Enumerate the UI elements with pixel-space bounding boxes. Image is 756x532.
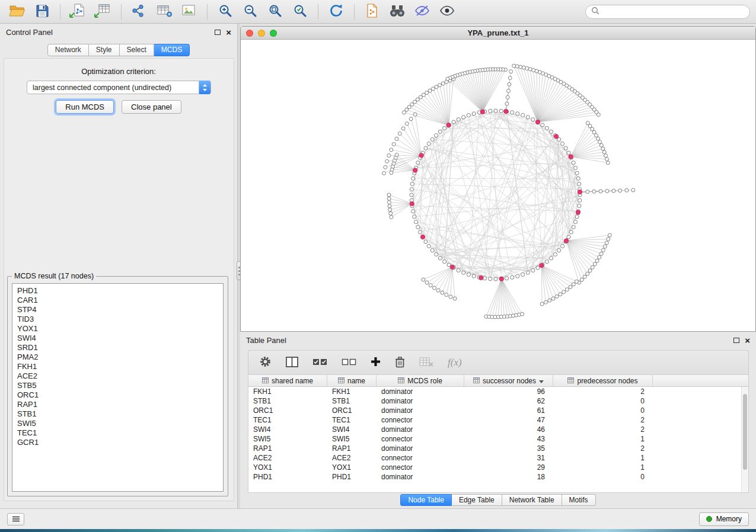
- table-settings-button[interactable]: [259, 354, 272, 371]
- mcds-result-group: MCDS result (17 nodes) PHD1CAR1STP4TID3Y…: [7, 276, 228, 496]
- mcds-result-item[interactable]: ORC1: [12, 390, 223, 400]
- task-history-button[interactable]: [7, 513, 24, 525]
- control-tab-network[interactable]: Network: [47, 44, 89, 56]
- run-mcds-button[interactable]: Run MCDS: [56, 100, 114, 114]
- table-row[interactable]: SWI5SWI5connector431: [248, 434, 748, 444]
- close-table-panel-icon[interactable]: ×: [745, 336, 750, 345]
- close-panel-icon[interactable]: ×: [226, 28, 231, 37]
- mcds-result-item[interactable]: SWI4: [12, 334, 223, 343]
- column-header-name[interactable]: name: [327, 375, 377, 386]
- table-tab-edge-table[interactable]: Edge Table: [452, 494, 502, 506]
- table-cell: 61: [464, 406, 553, 415]
- new-table-button[interactable]: [153, 2, 176, 21]
- share-document-button[interactable]: [361, 2, 384, 21]
- image-icon: [181, 4, 197, 19]
- table-row[interactable]: ORC1ORC1dominator610: [248, 406, 748, 415]
- add-column-button[interactable]: [371, 354, 381, 371]
- table-cell: connector: [377, 454, 464, 462]
- table-row[interactable]: TEC1TEC1connector472: [248, 415, 748, 425]
- search-input[interactable]: [603, 8, 744, 16]
- column-header-predecessor-nodes[interactable]: predecessor nodes: [553, 375, 653, 386]
- network-window-titlebar[interactable]: YPA_prune.txt_1: [241, 27, 755, 40]
- mcds-result-item[interactable]: TEC1: [12, 428, 223, 438]
- mcds-result-item[interactable]: FKH1: [12, 362, 223, 371]
- deselect-all-button[interactable]: [342, 354, 356, 371]
- delete-table-button[interactable]: [419, 354, 433, 371]
- find-button[interactable]: [386, 2, 409, 21]
- memory-button[interactable]: Memory: [699, 512, 749, 526]
- delete-column-button[interactable]: [395, 354, 405, 371]
- table-row[interactable]: ACE2ACE2connector311: [248, 453, 748, 463]
- table-row[interactable]: SWI4SWI4dominator462: [248, 425, 748, 434]
- zoom-in-button[interactable]: [214, 2, 237, 21]
- mcds-result-item[interactable]: STP4: [12, 305, 223, 315]
- function-builder-button[interactable]: f(x): [448, 354, 462, 371]
- zoom-selected-icon: [293, 4, 307, 20]
- control-tab-mcds[interactable]: MCDS: [154, 44, 190, 56]
- mcds-result-item[interactable]: YOX1: [12, 324, 223, 334]
- table-cell: 47: [464, 416, 553, 424]
- show-all-button[interactable]: [436, 2, 458, 21]
- zoom-in-icon: [218, 4, 232, 20]
- mcds-result-item[interactable]: PHD1: [12, 286, 223, 296]
- mcds-result-item[interactable]: RAP1: [12, 400, 223, 409]
- zoom-fit-button[interactable]: [264, 2, 286, 21]
- export-image-button[interactable]: [178, 2, 200, 21]
- close-panel-button[interactable]: Close panel: [122, 100, 181, 114]
- mcds-result-item[interactable]: CAR1: [12, 296, 223, 305]
- import-network-button[interactable]: [67, 2, 90, 21]
- new-network-button[interactable]: [128, 2, 151, 21]
- float-panel-icon[interactable]: [215, 30, 221, 35]
- table-row[interactable]: FKH1FKH1dominator962: [248, 387, 748, 396]
- zoom-selected-button[interactable]: [289, 2, 311, 21]
- main-toolbar: [0, 0, 756, 24]
- column-header-MCDS-role[interactable]: MCDS role: [377, 375, 464, 386]
- table-cell: 2: [553, 444, 653, 453]
- hide-selected-button[interactable]: [411, 2, 433, 21]
- status-bar: Memory: [0, 508, 756, 529]
- criterion-select[interactable]: largest connected component (undirected): [27, 81, 211, 94]
- apply-layout-button[interactable]: [325, 2, 347, 21]
- table-row[interactable]: PHD1PHD1dominator180: [248, 472, 748, 482]
- mcds-result-item[interactable]: SRD1: [12, 343, 223, 352]
- table-mini-icon: [338, 377, 344, 385]
- open-session-button[interactable]: [6, 2, 28, 21]
- control-tab-style[interactable]: Style: [89, 44, 120, 56]
- column-label: shared name: [272, 377, 313, 385]
- column-header-successor-nodes[interactable]: successor nodes: [464, 375, 553, 386]
- network-canvas[interactable]: [241, 40, 755, 331]
- column-header-shared-name[interactable]: shared name: [248, 375, 327, 386]
- show-columns-button[interactable]: [286, 354, 298, 371]
- toolbar-separator: [60, 4, 60, 20]
- mcds-result-item[interactable]: GCR1: [12, 438, 223, 447]
- mcds-result-item[interactable]: PMA2: [12, 352, 223, 362]
- save-session-button[interactable]: [31, 2, 53, 21]
- mcds-result-item[interactable]: STB5: [12, 381, 223, 390]
- mcds-result-item[interactable]: SWI5: [12, 419, 223, 428]
- mcds-result-item[interactable]: ACE2: [12, 371, 223, 381]
- minimize-window-icon[interactable]: [258, 30, 265, 37]
- import-table-button[interactable]: [92, 2, 114, 21]
- table-cell: 2: [553, 387, 653, 396]
- table-row[interactable]: YOX1YOX1connector291: [248, 463, 748, 472]
- mcds-result-item[interactable]: STB1: [12, 409, 223, 419]
- select-all-button[interactable]: [312, 354, 327, 371]
- table-cell: FKH1: [327, 387, 377, 396]
- table-tab-network-table[interactable]: Network Table: [502, 494, 562, 506]
- zoom-out-button[interactable]: [239, 2, 261, 21]
- float-table-panel-icon[interactable]: [733, 338, 739, 343]
- table-scrollbar[interactable]: [741, 387, 748, 492]
- table-tab-node-table[interactable]: Node Table: [400, 494, 452, 506]
- scrollbar-thumb[interactable]: [743, 394, 747, 470]
- maximize-window-icon[interactable]: [270, 30, 277, 37]
- table-cell: dominator: [377, 425, 464, 434]
- table-row[interactable]: RAP1RAP1dominator352: [248, 444, 748, 453]
- control-tab-select[interactable]: Select: [120, 44, 154, 56]
- table-row[interactable]: STB1STB1dominator620: [248, 396, 748, 406]
- binoculars-icon: [389, 4, 406, 19]
- close-window-icon[interactable]: [246, 30, 253, 37]
- columns-icon: [286, 357, 298, 369]
- table-tab-motifs[interactable]: Motifs: [562, 494, 596, 506]
- mcds-result-item[interactable]: TID3: [12, 315, 223, 324]
- mcds-result-list[interactable]: PHD1CAR1STP4TID3YOX1SWI4SRD1PMA2FKH1ACE2…: [12, 283, 224, 492]
